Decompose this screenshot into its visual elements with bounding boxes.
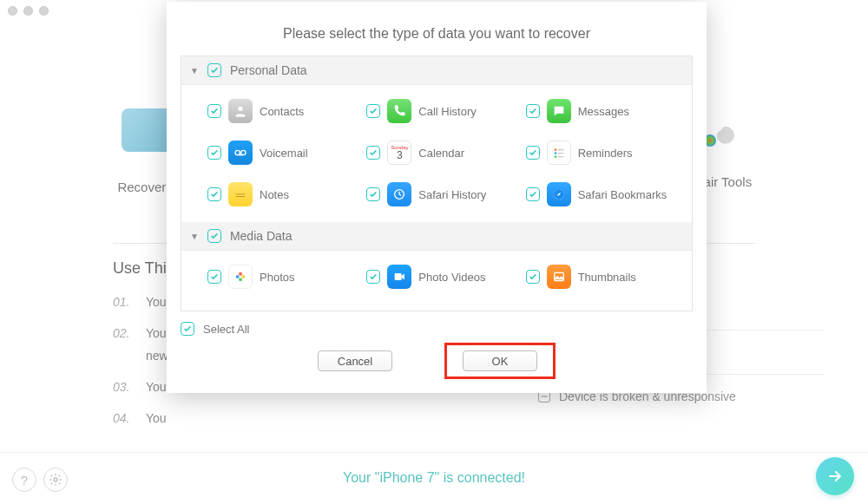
- notes-icon: [228, 182, 253, 206]
- checkbox[interactable]: [366, 270, 380, 284]
- svg-point-10: [554, 155, 556, 158]
- cancel-button[interactable]: Cancel: [318, 350, 392, 371]
- voicemail-icon: [228, 141, 253, 165]
- media-data-header[interactable]: ▼ Media Data: [181, 222, 692, 251]
- checkbox[interactable]: [207, 104, 221, 118]
- traffic-min[interactable]: [23, 6, 33, 16]
- item-safari-history[interactable]: Safari History: [366, 177, 525, 212]
- checkbox[interactable]: [207, 270, 221, 284]
- checkbox[interactable]: [366, 104, 380, 118]
- item-voicemail[interactable]: Voicemail: [207, 135, 366, 170]
- checkbox[interactable]: [526, 104, 540, 118]
- checkbox-select-all[interactable]: [181, 322, 194, 336]
- connected-status: Your "iPhone 7" is connected!: [0, 452, 868, 504]
- svg-rect-20: [395, 273, 402, 280]
- item-photo-videos[interactable]: Photo Videos: [366, 259, 525, 294]
- svg-point-18: [239, 278, 242, 281]
- svg-point-8: [554, 152, 556, 154]
- svg-point-5: [241, 150, 246, 154]
- checkbox[interactable]: [526, 270, 540, 284]
- svg-point-6: [554, 148, 556, 151]
- checkbox[interactable]: [207, 187, 221, 201]
- checkbox[interactable]: [366, 146, 380, 160]
- contacts-icon: [228, 99, 253, 123]
- item-contacts[interactable]: Contacts: [207, 94, 366, 128]
- thumbnails-icon: [547, 265, 571, 289]
- item-photos[interactable]: Photos: [207, 259, 366, 294]
- svg-point-4: [235, 150, 240, 154]
- window-traffic-lights[interactable]: [8, 6, 49, 16]
- checkbox-personal-all[interactable]: [207, 63, 221, 77]
- calendar-icon: Sunday3: [387, 141, 411, 165]
- phone-icon: [387, 99, 411, 123]
- item-reminders[interactable]: Reminders: [526, 135, 685, 170]
- chevron-down-icon: ▼: [190, 232, 199, 241]
- select-all-label: Select All: [203, 323, 249, 336]
- svg-rect-13: [236, 196, 246, 197]
- personal-data-header[interactable]: ▼ Personal Data: [181, 56, 692, 85]
- item-calendar[interactable]: Sunday3 Calendar: [366, 135, 525, 170]
- traffic-max[interactable]: [39, 6, 49, 16]
- arrow-right-icon: [826, 468, 844, 485]
- photo-videos-icon: [387, 265, 411, 289]
- svg-rect-1: [541, 396, 547, 396]
- app-footer: ? Your "iPhone 7" is connected!: [0, 452, 868, 504]
- svg-rect-12: [236, 193, 246, 194]
- svg-point-17: [241, 275, 245, 278]
- ok-highlight-box: OK: [444, 343, 556, 379]
- checkbox[interactable]: [526, 146, 540, 160]
- traffic-close[interactable]: [8, 6, 17, 16]
- svg-point-16: [239, 272, 242, 276]
- section-label: Media Data: [230, 229, 293, 243]
- item-messages[interactable]: Messages: [526, 94, 685, 128]
- ok-button[interactable]: OK: [463, 350, 537, 371]
- section-label: Personal Data: [230, 63, 307, 77]
- checkbox[interactable]: [526, 187, 540, 201]
- checkbox[interactable]: [366, 187, 380, 201]
- svg-rect-9: [557, 153, 563, 154]
- chevron-down-icon: ▼: [190, 66, 199, 75]
- messages-icon: [547, 99, 571, 123]
- reminders-icon: [547, 141, 571, 165]
- safari-history-icon: [387, 182, 411, 206]
- item-call-history[interactable]: Call History: [366, 94, 525, 128]
- next-button[interactable]: [816, 457, 854, 495]
- select-all-row[interactable]: Select All: [181, 322, 693, 336]
- data-type-modal: Please select the type of data you want …: [167, 2, 707, 393]
- svg-point-19: [236, 275, 240, 278]
- modal-title: Please select the type of data you want …: [167, 2, 707, 56]
- checkbox-media-all[interactable]: [207, 229, 221, 243]
- item-safari-bookmarks[interactable]: Safari Bookmarks: [526, 177, 685, 212]
- item-thumbnails[interactable]: Thumbnails: [526, 259, 685, 294]
- photos-icon: [228, 265, 253, 289]
- svg-rect-7: [557, 149, 563, 150]
- svg-point-3: [238, 107, 242, 111]
- item-notes[interactable]: Notes: [207, 177, 366, 212]
- svg-rect-11: [557, 156, 563, 157]
- checkbox[interactable]: [207, 146, 221, 160]
- safari-bookmarks-icon: [547, 182, 571, 206]
